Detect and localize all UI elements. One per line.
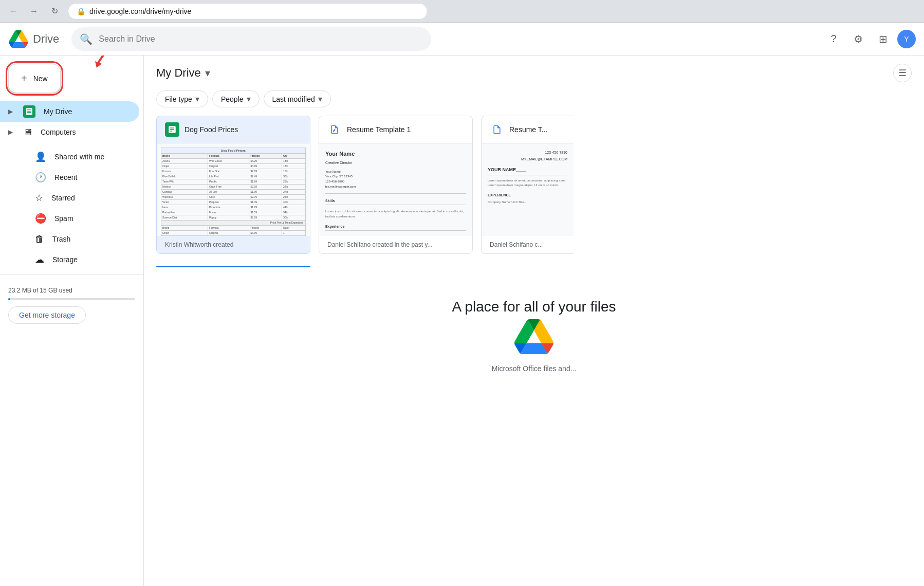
file-footer-resume2: Daniel Schifano c... — [482, 236, 574, 253]
file-card-header-resume1: Resume Template 1 — [319, 116, 472, 143]
sidebar-item-trash-label: Trash — [52, 235, 70, 243]
filter-file-type[interactable]: File type ▾ — [156, 90, 208, 107]
expand-icon: ▶ — [8, 108, 13, 115]
storage-used-text: 23.2 MB of 15 GB used — [8, 287, 135, 294]
apps-button[interactable]: ⊞ — [873, 29, 893, 49]
file-creator-resume2: Daniel Schifano c... — [490, 241, 543, 248]
file-name-resume1: Resume Template 1 — [347, 125, 411, 134]
filter-last-modified-label: Last modified — [272, 95, 315, 103]
back-button[interactable]: ← — [6, 4, 21, 19]
sidebar-item-my-drive[interactable]: ▶ My Drive — [0, 101, 139, 122]
file-preview-resume1: Your Name Creative Director Your Name Yo… — [319, 143, 472, 236]
drive-logo-svg — [8, 30, 29, 48]
file-card-resume-2[interactable]: Resume T... 123-456-7890 MYEMAIL@EXAMPLE… — [481, 116, 574, 254]
filter-file-type-chevron: ▾ — [195, 94, 199, 104]
plus-icon: + — [21, 72, 27, 84]
help-button[interactable]: ? — [823, 29, 844, 49]
storage-icon: ☁ — [35, 254, 44, 265]
selected-file-indicator — [156, 266, 310, 267]
filter-people-label: People — [221, 95, 244, 103]
app-header: Drive 🔍 ? ⚙ ⊞ Y — [0, 23, 924, 56]
storage-bar-bg — [8, 298, 135, 300]
sidebar-item-starred-label: Starred — [51, 194, 75, 202]
sidebar-item-trash[interactable]: 🗑 Trash — [0, 229, 139, 249]
empty-state-heading: A place for all of your files — [156, 299, 912, 315]
empty-state: A place for all of your files Microsoft … — [144, 268, 924, 404]
file-card-header: Dog Food Prices — [157, 116, 310, 143]
filter-file-type-label: File type — [165, 95, 192, 103]
content-header: My Drive ▾ ☰ — [144, 56, 924, 86]
filter-people-chevron: ▾ — [247, 94, 251, 104]
storage-section: 23.2 MB of 15 GB used Get more storage — [0, 279, 143, 332]
storage-bar-fill — [8, 298, 10, 300]
docs-icon-2 — [490, 122, 504, 137]
sidebar-item-storage-label: Storage — [52, 255, 78, 264]
lock-icon: 🔒 — [77, 7, 85, 15]
file-name-dog-food: Dog Food Prices — [184, 125, 238, 134]
file-footer-resume1: Daniel Schifano created in the past y... — [319, 236, 472, 253]
title-dropdown-icon[interactable]: ▾ — [205, 67, 210, 79]
filter-people[interactable]: People ▾ — [212, 90, 260, 107]
sidebar-item-spam[interactable]: ⛔ Spam — [0, 208, 139, 229]
header-right: ? ⚙ ⊞ Y — [823, 29, 916, 49]
sidebar-item-my-drive-label: My Drive — [44, 107, 72, 116]
sidebar-divider — [0, 274, 143, 274]
new-button[interactable]: + New — [8, 64, 61, 93]
main-content: My Drive ▾ ☰ File type ▾ People ▾ Last m… — [144, 56, 924, 586]
refresh-button[interactable]: ↻ — [47, 4, 62, 19]
new-button-label: New — [33, 75, 48, 83]
sidebar-item-storage[interactable]: ☁ Storage — [0, 249, 139, 270]
file-footer-dog-food: Kristin Whitworth created — [157, 236, 310, 253]
svg-marker-0 — [95, 61, 102, 68]
main-layout: + New ▶ My Drive ▶ 🖥 Computers 👤 — [0, 56, 924, 586]
files-grid: Dog Food Prices Dog Food Prices BrandFor… — [144, 116, 924, 266]
drive-logo-text: Drive — [33, 32, 59, 46]
file-card-header-resume2: Resume T... — [482, 116, 574, 143]
file-card-resume-1[interactable]: Resume Template 1 Your Name Creative Dir… — [319, 116, 473, 254]
file-name-resume2: Resume T... — [509, 125, 547, 134]
get-storage-button[interactable]: Get more storage — [8, 306, 86, 324]
sidebar: + New ▶ My Drive ▶ 🖥 Computers 👤 — [0, 56, 144, 586]
recent-icon: 🕐 — [35, 172, 46, 183]
sheets-icon — [165, 122, 179, 137]
file-preview-resume2: 123-456-7890 MYEMAIL@EXAMPLE.COM YOUR NA… — [482, 143, 574, 236]
my-drive-icon — [23, 105, 35, 118]
sidebar-item-spam-label: Spam — [54, 214, 73, 223]
file-preview-dog-food: Dog Food Prices BrandFormulaPrice/lbQty … — [157, 143, 310, 236]
sidebar-item-shared-label: Shared with me — [54, 153, 104, 161]
drive-logo-large — [156, 319, 912, 356]
drive-logo[interactable]: Drive — [8, 30, 59, 48]
page-title: My Drive — [156, 66, 201, 80]
search-bar[interactable]: 🔍 — [71, 27, 431, 51]
sidebar-item-recent[interactable]: 🕐 Recent — [0, 167, 139, 188]
file-creator-resume1: Daniel Schifano created in the past y... — [327, 241, 433, 248]
avatar[interactable]: Y — [897, 30, 916, 48]
trash-icon: 🗑 — [35, 234, 44, 245]
docs-icon-1 — [327, 122, 342, 137]
file-creator-dog-food: Kristin Whitworth created — [165, 241, 233, 248]
sidebar-item-shared[interactable]: 👤 Shared with me — [0, 146, 139, 167]
sidebar-item-recent-label: Recent — [54, 173, 77, 181]
empty-state-subtext: Microsoft Office files and... — [156, 364, 912, 373]
search-icon: 🔍 — [80, 33, 93, 45]
spam-icon: ⛔ — [35, 213, 46, 224]
shared-icon: 👤 — [35, 151, 46, 162]
address-bar[interactable]: 🔒 drive.google.com/drive/my-drive — [68, 3, 428, 20]
starred-icon: ☆ — [35, 192, 43, 204]
filter-last-modified[interactable]: Last modified ▾ — [264, 90, 331, 107]
search-input[interactable] — [99, 34, 423, 44]
browser-chrome: ← → ↻ 🔒 drive.google.com/drive/my-drive — [0, 0, 924, 23]
view-toggle-button[interactable]: ☰ — [893, 64, 912, 82]
url-text: drive.google.com/drive/my-drive — [89, 7, 191, 15]
red-arrow-annotation — [77, 56, 144, 79]
sidebar-item-starred[interactable]: ☆ Starred — [0, 188, 139, 208]
file-card-dog-food-prices[interactable]: Dog Food Prices Dog Food Prices BrandFor… — [156, 116, 310, 254]
settings-button[interactable]: ⚙ — [848, 29, 868, 49]
computers-expand-icon: ▶ — [8, 129, 13, 136]
computers-icon: 🖥 — [23, 127, 32, 138]
sidebar-item-computers-label: Computers — [41, 128, 76, 136]
forward-button[interactable]: → — [27, 4, 41, 19]
filter-last-modified-chevron: ▾ — [318, 94, 322, 104]
filter-bar: File type ▾ People ▾ Last modified ▾ — [144, 86, 924, 116]
sidebar-item-computers[interactable]: ▶ 🖥 Computers — [0, 122, 139, 142]
